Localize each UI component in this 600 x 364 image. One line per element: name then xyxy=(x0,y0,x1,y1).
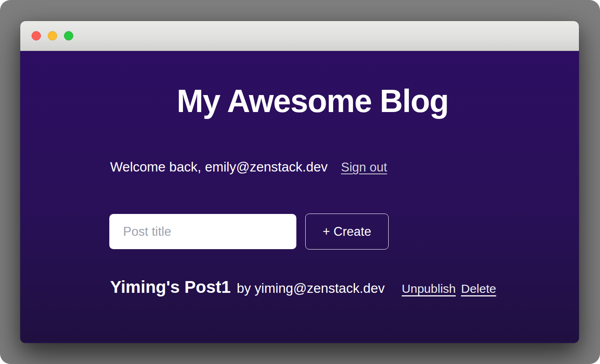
post-author-text: by yiming@zenstack.dev xyxy=(237,281,385,296)
zoom-window-button[interactable] xyxy=(64,31,73,40)
user-bar: Welcome back, emily@zenstack.dev Sign ou… xyxy=(110,159,387,175)
create-post-button[interactable]: + Create xyxy=(305,214,389,250)
post-title-text: Yiming's Post1 xyxy=(110,277,231,297)
unpublish-link[interactable]: Unpublish xyxy=(402,282,455,296)
close-window-button[interactable] xyxy=(32,31,41,40)
page-title: My Awesome Blog xyxy=(110,85,515,117)
create-post-form: + Create xyxy=(109,214,389,250)
app-window: My Awesome Blog Welcome back, emily@zens… xyxy=(20,21,579,343)
post-actions: Unpublish Delete xyxy=(402,282,496,296)
blog-app-content: My Awesome Blog Welcome back, emily@zens… xyxy=(20,51,579,343)
post-title-input[interactable] xyxy=(109,214,296,249)
delete-link[interactable]: Delete xyxy=(461,282,496,296)
welcome-text: Welcome back, emily@zenstack.dev xyxy=(110,159,328,175)
desktop-background: My Awesome Blog Welcome back, emily@zens… xyxy=(0,0,600,364)
minimize-window-button[interactable] xyxy=(48,31,57,40)
sign-out-link[interactable]: Sign out xyxy=(341,160,387,175)
post-list-item: Yiming's Post1 by yiming@zenstack.dev Un… xyxy=(110,277,496,297)
window-titlebar[interactable] xyxy=(20,21,579,51)
